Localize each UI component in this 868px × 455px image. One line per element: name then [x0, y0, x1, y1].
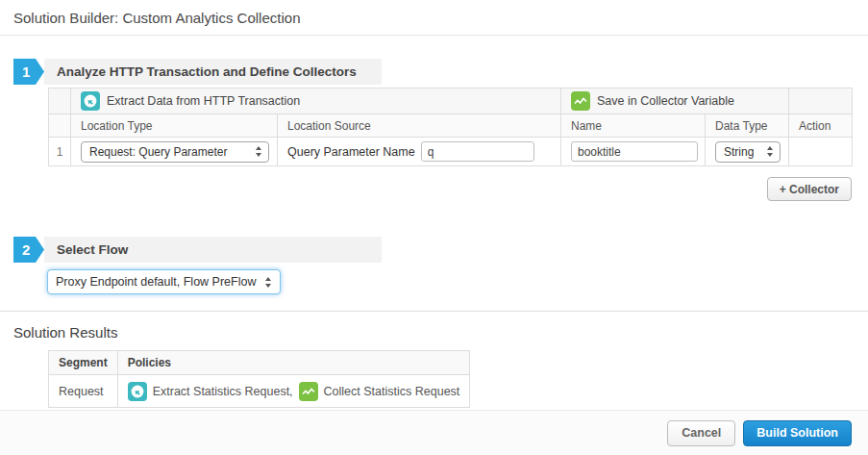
location-type-value: Request: Query Parameter	[89, 145, 227, 159]
flow-select[interactable]: Proxy Endpoint default, Flow PreFlow	[47, 269, 281, 294]
collector-row: 1 Request: Query Parameter Query Paramet…	[49, 138, 853, 166]
results-segment: Request	[49, 375, 118, 408]
flow-select-value: Proxy Endpoint default, Flow PreFlow	[56, 275, 256, 289]
page-title: Solution Builder: Custom Analytics Colle…	[13, 10, 855, 26]
results-col-segment: Segment	[49, 351, 118, 375]
group-header-collect: Save in Collector Variable	[561, 88, 789, 114]
collector-name-input[interactable]	[571, 141, 698, 162]
results-title: Solution Results	[13, 324, 868, 341]
collector-column-header-row: Location Type Location Source Name Data …	[49, 114, 853, 138]
select-arrows-icon	[766, 146, 774, 157]
group-header-extract-label: Extract Data from HTTP Transaction	[107, 94, 300, 108]
group-header-spacer	[49, 88, 71, 114]
build-solution-button[interactable]: Build Solution	[743, 420, 852, 446]
col-header-location-source: Location Source	[278, 114, 561, 138]
step-2-title: Select Flow	[44, 237, 382, 263]
policy-collect-label: Collect Statistics Request	[324, 385, 460, 398]
add-collector-button[interactable]: + Collector	[767, 177, 852, 201]
step-2-badge: 2	[13, 237, 44, 263]
page-header: Solution Builder: Custom Analytics Colle…	[0, 0, 868, 36]
results-row: Request Extract Statistics Request, Coll…	[49, 375, 470, 408]
results-header-row: Segment Policies	[49, 351, 470, 375]
footer-bar: Cancel Build Solution	[0, 410, 868, 455]
select-arrows-icon	[264, 277, 272, 288]
location-source-label: Query Parameter Name	[287, 145, 415, 159]
data-type-select[interactable]: String	[715, 141, 781, 163]
results-table: Segment Policies Request Extract Statist…	[48, 350, 470, 408]
extract-icon	[81, 91, 100, 111]
col-header-action: Action	[789, 114, 853, 138]
collector-group-header-row: Extract Data from HTTP Transaction Save …	[49, 88, 853, 114]
extract-icon	[128, 382, 147, 401]
group-header-action-spacer	[789, 88, 853, 114]
step-1-badge: 1	[13, 59, 44, 85]
collector-table: Extract Data from HTTP Transaction Save …	[48, 88, 853, 166]
location-type-select[interactable]: Request: Query Parameter	[81, 141, 269, 163]
step-2-header: 2 Select Flow	[13, 237, 868, 263]
group-header-collect-label: Save in Collector Variable	[597, 94, 734, 108]
row-number: 1	[49, 138, 71, 166]
collect-icon	[299, 382, 318, 401]
col-header-index	[49, 114, 71, 138]
action-cell	[789, 138, 853, 166]
section-divider	[0, 311, 868, 312]
select-arrows-icon	[255, 146, 262, 157]
cancel-button[interactable]: Cancel	[667, 420, 735, 446]
col-header-data-type: Data Type	[706, 114, 789, 138]
group-header-extract: Extract Data from HTTP Transaction	[71, 88, 561, 114]
step-1-header: 1 Analyze HTTP Transaction and Define Co…	[13, 59, 868, 85]
location-source-input[interactable]	[421, 141, 534, 162]
step-1-title: Analyze HTTP Transaction and Define Coll…	[44, 59, 382, 85]
results-col-policies: Policies	[117, 351, 470, 375]
data-type-value: String	[724, 145, 754, 159]
policy-extract-label: Extract Statistics Request,	[153, 385, 293, 398]
solution-builder-page: Solution Builder: Custom Analytics Colle…	[0, 0, 868, 455]
collect-icon	[571, 91, 590, 111]
col-header-location-type: Location Type	[71, 114, 278, 138]
col-header-name: Name	[561, 114, 706, 138]
